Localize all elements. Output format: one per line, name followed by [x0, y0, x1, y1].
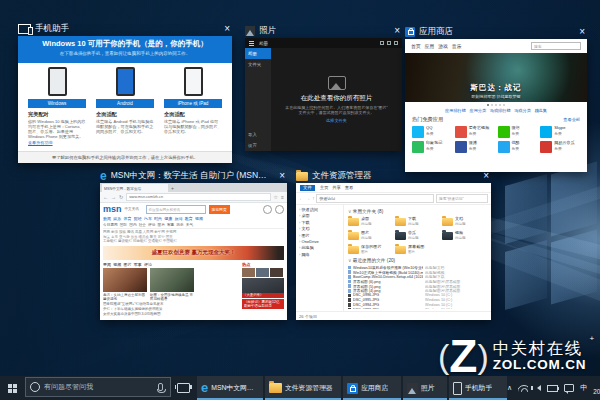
store-hero-banner[interactable]: 斯巴达：战记 即刻统帅军团 征战赢取荣耀 [405, 53, 587, 102]
taskview-label-phone-companion[interactable]: 手机助手 × [18, 22, 232, 35]
msn-search-input[interactable]: 必应搜索网页和资讯 [146, 205, 206, 214]
taskview-label-store[interactable]: 应用商店 × [405, 25, 587, 38]
forward-icon[interactable]: → [111, 194, 116, 200]
select-icon[interactable] [387, 41, 391, 45]
hidden-icons-chevron[interactable]: ∧ [507, 384, 512, 392]
msn-promo-banner[interactable]: 盛夏狂欢创意赛 赢万元现金大奖！ [103, 246, 284, 260]
recent-file-row[interactable]: DSC_0996.JPGWindows 10 (C:) [348, 293, 487, 298]
up-icon[interactable]: ↑ [312, 196, 314, 201]
taskview-label-edge[interactable]: e MSN中文网：数字生活 自助门户 (MSN官方下载) - Microsoft… [100, 169, 287, 182]
folder-tile[interactable]: 保存的图片图片 [348, 243, 393, 256]
ime-indicator[interactable]: 中 [580, 383, 587, 393]
refresh-icon[interactable] [394, 41, 398, 45]
back-icon[interactable]: ← [299, 196, 304, 201]
taskbar-clock[interactable]: 17:15 2015/7/28 [593, 381, 600, 396]
news-card[interactable]: 组图：全国多地持续高温 市民花样避暑 [150, 268, 194, 301]
msn-subnav-links[interactable]: 今日要闻 国际 国内 社会 评论 图片 军事 历史 天气 [103, 222, 284, 229]
close-icon[interactable]: × [277, 170, 287, 181]
msn-logo[interactable]: msn [103, 205, 122, 214]
ribbon-tabs[interactable]: 主页 共享 查看 [320, 185, 354, 190]
volume-icon[interactable] [537, 385, 541, 391]
battery-icon[interactable] [547, 385, 558, 392]
start-button[interactable] [0, 376, 24, 400]
browser-tab[interactable]: MSN中文网 - 数字生活 [102, 184, 168, 192]
msn-headline-list[interactable]: 国务院推进“互联网+”行动指导意见发布 央行：下半年继续实施稳健的货币政策 女排… [103, 302, 239, 316]
sidebar-item-import[interactable]: 导入 [245, 129, 271, 140]
news-card[interactable]: 高清：实拍上海迪士尼乐园建设现场 [103, 268, 147, 301]
folder-tile[interactable]: 视频此电脑 [442, 229, 487, 242]
see-all-features-link[interactable]: 查看所有功能 [28, 140, 86, 145]
store-nav-tabs[interactable]: 首页 应用 游戏 音乐 [411, 43, 461, 49]
taskbar-button-edge[interactable]: e MSN中文网：... [197, 376, 263, 400]
store-app-tile[interactable]: 微信免费 [498, 126, 538, 138]
taskbar-button-store[interactable]: 应用商店 [343, 376, 401, 400]
microphone-icon[interactable] [158, 383, 163, 391]
slideshow-icon[interactable] [380, 41, 384, 45]
hamburger-menu-icon[interactable] [249, 43, 254, 44]
recent-files-header[interactable]: 最近使用的文件 (20) [348, 257, 487, 263]
folder-tile[interactable]: 下载此电脑 [395, 215, 440, 228]
iphone-ipad-button[interactable]: iPhone 或 iPad [164, 99, 222, 108]
sidebar-item-albums[interactable]: 相册 [245, 48, 271, 59]
store-app-tile[interactable]: 爱奇艺视频免费 [455, 126, 495, 138]
refresh-icon[interactable]: ↻ [119, 194, 123, 200]
explorer-thumbnail[interactable]: 文件 主页 共享 查看 ← → ↑ 快速访问 搜索"快速访问" 快速访问 桌面 … [296, 183, 491, 320]
store-app-tile[interactable]: 印象笔记免费 [412, 141, 452, 153]
store-app-tile[interactable]: 微博免费 [455, 141, 495, 153]
tree-item-network[interactable]: 网络 [299, 252, 343, 258]
folder-tile[interactable]: 屏幕截图图片 [395, 243, 440, 256]
photos-toolbar-icons[interactable] [380, 41, 398, 45]
sidebar-item-settings[interactable]: 设置 [245, 140, 271, 151]
recent-file-row[interactable]: DSC_0994.JPGWindows 10 (C:) [348, 303, 487, 308]
folder-tile[interactable]: 音乐此电脑 [395, 229, 440, 242]
folder-tile[interactable]: 文档此电脑 [442, 215, 487, 228]
android-button[interactable]: Android [96, 99, 154, 108]
folder-tile[interactable]: 图片此电脑 [348, 229, 393, 242]
store-thumbnail[interactable]: 首页 应用 游戏 音乐 搜索 斯巴达：战记 即刻统帅军团 征战赢取荣耀 应用排行… [405, 39, 587, 172]
explorer-search-input[interactable]: 搜索"快速访问" [436, 194, 488, 203]
store-app-tile[interactable]: 网易云音乐免费 [540, 141, 580, 153]
msn-site-directory[interactable]: 网易 新浪 搜狐 腾讯 凤凰 人民网 新华网 央视网 淘宝 京东 亚马逊 当当 … [103, 230, 284, 244]
photos-thumbnail[interactable]: 相册 相册 文件夹 导入 设置 在此处查看你的所有照片 未在此电脑上找到任何照片… [245, 38, 402, 151]
recent-file-row[interactable]: DSC_0995.JPGWindows 10 (C:) [348, 298, 487, 303]
store-category-links[interactable]: 应用排行榜 应用分类 游戏排行榜 游戏分类 精选集 [405, 107, 587, 115]
phone-companion-thumbnail[interactable]: Windows 10 可用于你的手机（是的，你的手机） 在下面选择你的手机，查看… [18, 36, 232, 163]
edge-thumbnail[interactable]: MSN中文网 - 数字生活 + ← → ↻ www.msn.com/zh-cn … [100, 183, 287, 320]
close-icon[interactable]: × [577, 26, 587, 37]
msn-search-button[interactable]: 搜索网页 [209, 205, 230, 214]
close-icon[interactable]: × [481, 170, 491, 181]
action-center-icon[interactable] [564, 384, 574, 392]
outlook-icon[interactable] [263, 205, 272, 214]
taskview-label-photos[interactable]: 照片 × [245, 24, 402, 37]
store-app-tile[interactable]: QQ免费 [412, 126, 452, 138]
taskview-label-explorer[interactable]: 文件资源管理器 × [296, 169, 491, 182]
see-all-link[interactable]: 查看全部 [563, 117, 580, 122]
network-icon[interactable] [518, 384, 528, 392]
store-app-tile[interactable]: Skype免费 [540, 126, 580, 138]
recent-file-row[interactable]: 屏幕截图 (4).png此电脑\图片\屏幕截图 [348, 288, 487, 293]
cortana-search-box[interactable]: 有问题尽管问我 [25, 377, 171, 397]
choose-folder-link[interactable]: 选择文件夹 [326, 118, 347, 123]
task-view-button[interactable] [171, 376, 195, 400]
folder-tile[interactable]: 桌面此电脑 [348, 215, 393, 228]
forward-icon[interactable]: → [306, 196, 311, 201]
movie-promo[interactable]: 《大圣归来》 [242, 278, 284, 298]
hub-icon[interactable]: ≡ [281, 194, 284, 200]
frequent-folders-header[interactable]: 常用文件夹 (8) [348, 208, 487, 214]
favorite-icon[interactable]: ☆ [274, 194, 278, 200]
msn-nav-links[interactable]: 新闻 娱乐 体育 财经 汽车 时尚 健康 旅游 教育 视频 [103, 216, 284, 221]
msn-content-tabs[interactable]: 要闻 视频 图片 军事 评论 [103, 262, 239, 267]
sidebar-item-folders[interactable]: 文件夹 [245, 59, 271, 70]
address-bar[interactable]: 快速访问 [316, 194, 434, 203]
close-icon[interactable]: × [392, 25, 402, 36]
store-app-tile[interactable]: 优酷免费 [498, 141, 538, 153]
hot-thumbnails[interactable] [242, 268, 284, 277]
taskbar-button-explorer[interactable]: 文件资源管理器 [265, 376, 341, 400]
new-tab-icon[interactable]: + [171, 185, 174, 191]
back-icon[interactable]: ← [103, 194, 108, 200]
url-field[interactable]: www.msn.com/zh-cn [126, 193, 270, 201]
recent-file-row[interactable]: DSC_0993.JPGWindows 10 (C:) [348, 307, 487, 309]
taskbar-button-photos[interactable]: 照片 [403, 376, 447, 400]
store-search-input[interactable]: 搜索 [531, 42, 581, 50]
skype-icon[interactable] [275, 205, 284, 214]
